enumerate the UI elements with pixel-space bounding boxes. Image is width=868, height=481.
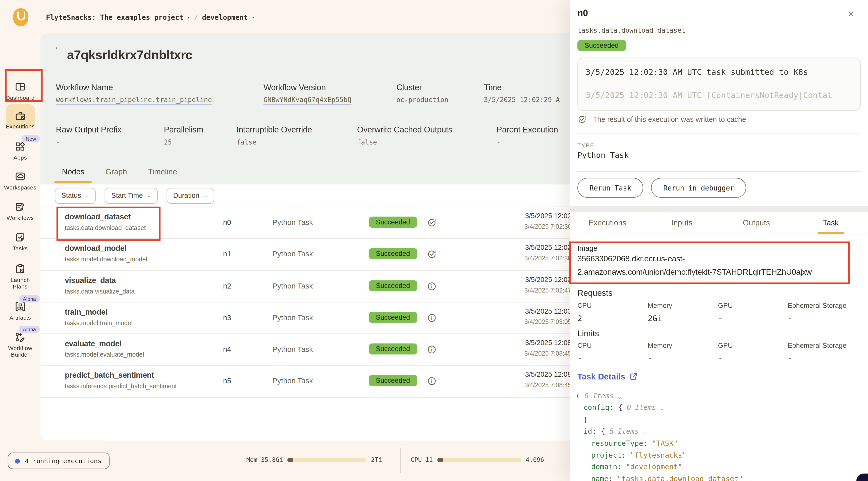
sidebar-item-workflows[interactable]: Workflows — [0, 201, 40, 221]
sidebar-item-workspaces[interactable]: Workspaces — [0, 171, 40, 191]
meta-label: Overwrite Cached Outputs — [357, 125, 452, 134]
sidebar-item-label: Workflows — [6, 215, 34, 221]
tab-executions[interactable]: Executions — [570, 212, 645, 234]
node-name[interactable]: train_model — [65, 307, 133, 316]
sidebar-item-apps[interactable]: New Apps — [0, 141, 40, 161]
app-window: FlyteSnacks: The examples project ▾ / de… — [0, 0, 868, 481]
tab-outputs[interactable]: Outputs — [719, 212, 794, 234]
panel-tabs: Executions Inputs Outputs Task — [570, 212, 868, 234]
json-key: domain — [591, 463, 617, 471]
workflow-name-link[interactable]: workflows.train_pipeline.train_pipeline — [56, 96, 212, 104]
filter-status[interactable]: Status ⌄ — [55, 187, 96, 204]
sidebar-item-label: Workspaces — [4, 184, 36, 191]
json-string-value: "TASK" — [652, 439, 678, 447]
meta-label: Time — [484, 83, 501, 92]
chevron-down-icon[interactable]: ⌄ — [660, 405, 663, 411]
chevron-down-icon[interactable]: ▾ — [252, 15, 254, 20]
info-icon[interactable] — [427, 344, 437, 355]
tab-inputs[interactable]: Inputs — [645, 212, 719, 234]
cache-check-icon — [578, 115, 587, 124]
section-separator — [570, 206, 868, 212]
json-key: name — [591, 475, 609, 481]
node-name[interactable]: predict_batch_sentiment — [65, 371, 177, 380]
running-executions-button[interactable]: 4 running executions — [8, 453, 110, 469]
meta-label: Interruptible Override — [236, 125, 312, 134]
workflow-version-link[interactable]: GNBwYNdKvaq67q4xEp55bQ — [264, 96, 351, 104]
filter-label: Status — [62, 192, 81, 200]
sidebar-item-launch-plans[interactable]: Launch Plans — [0, 263, 40, 290]
sidebar-item-label: Dashboard — [6, 95, 35, 101]
execution-id-title: a7qksrldkrx7dnbltxrc — [67, 48, 193, 63]
breadcrumb: FlyteSnacks: The examples project ▾ / de… — [46, 13, 254, 22]
json-key: config — [583, 403, 610, 412]
workflows-icon — [14, 201, 26, 213]
sidebar-item-dashboard[interactable]: Dashboard — [0, 81, 40, 101]
node-name[interactable]: evaluate_model — [65, 339, 144, 348]
dashboard-icon — [14, 81, 26, 92]
sidebar-item-workflow-builder[interactable]: Alpha Workflow Builder — [0, 331, 40, 358]
tab-nodes[interactable]: Nodes — [54, 168, 92, 183]
rerun-in-debugger-button[interactable]: Rerun in debugger — [651, 178, 746, 198]
close-icon[interactable]: ✕ — [847, 10, 855, 19]
project-selector[interactable]: FlyteSnacks: The examples project — [46, 13, 183, 22]
sidebar-item-tasks[interactable]: Tasks — [0, 232, 40, 252]
resource-label: CPU — [578, 342, 647, 350]
resource-label: Memory — [648, 342, 717, 350]
node-task-id: tasks.model.evaluate_model — [65, 351, 144, 358]
info-icon[interactable] — [427, 377, 437, 387]
sidebar-item-executions[interactable]: Executions — [0, 104, 40, 130]
json-punct: : — [622, 451, 630, 459]
cluster-value: oc-production — [396, 96, 448, 103]
status-badge: Succeeded — [369, 217, 417, 228]
tab-timeline[interactable]: Timeline — [140, 168, 185, 183]
task-details-link[interactable]: Task Details — [578, 372, 638, 381]
node-type: Python Task — [272, 334, 313, 365]
meta-label: Parent Execution — [497, 125, 558, 134]
workspaces-icon — [14, 171, 26, 182]
domain-selector[interactable]: development — [202, 13, 248, 22]
sidebar-item-label: Launch Plans — [6, 277, 35, 290]
sidebar-item-label: Tasks — [12, 245, 28, 251]
artifacts-icon — [14, 301, 26, 312]
info-icon[interactable] — [427, 281, 437, 291]
tab-task[interactable]: Task — [794, 212, 868, 234]
tab-graph[interactable]: Graph — [98, 168, 135, 183]
status-badge: Succeeded — [369, 375, 417, 386]
json-punct: : { — [592, 427, 605, 435]
node-name[interactable]: download_model — [65, 244, 147, 252]
union-logo-icon[interactable] — [13, 8, 28, 26]
chevron-down-icon[interactable]: ⌄ — [643, 429, 646, 435]
node-name[interactable]: visualize_data — [65, 276, 135, 284]
back-arrow-icon[interactable]: ← — [54, 40, 64, 53]
log-line: 3/5/2025 12:02:30 AM UTC task submitted … — [586, 68, 808, 77]
json-item-count: 5 Items — [610, 427, 639, 435]
node-name[interactable]: download_dataset — [65, 212, 146, 221]
filter-start-time[interactable]: Start Time ⌄ — [105, 187, 158, 204]
node-start-time-local: 3/4/2025 7:02:30 — [524, 223, 571, 230]
chevron-down-icon[interactable]: ▾ — [187, 15, 190, 20]
chevron-down-icon[interactable]: ⌄ — [618, 393, 621, 399]
filter-duration[interactable]: Duration ⌄ — [166, 187, 214, 204]
limits-heading: Limits — [578, 328, 599, 338]
type-value: Python Task — [578, 151, 629, 159]
filter-label: Duration — [173, 192, 199, 200]
requests-gpu-value: - — [718, 314, 787, 323]
log-output-box[interactable]: 3/5/2025 12:02:30 AM UTC task submitted … — [578, 58, 861, 111]
rerun-task-button[interactable]: Rerun Task — [578, 178, 644, 198]
cache-note: The result of this execution was written… — [578, 115, 748, 124]
limits-cpu-value: - — [578, 354, 647, 363]
node-start-time: 3/5/2025 12:02 — [524, 276, 571, 283]
chevron-down-icon: ⌄ — [148, 193, 151, 198]
node-id: n2 — [223, 271, 231, 302]
workflow-builder-icon — [14, 331, 26, 343]
resource-label: CPU — [578, 302, 647, 310]
memory-bar — [287, 458, 366, 462]
info-icon[interactable] — [427, 313, 437, 323]
sidebar-item-artifacts[interactable]: Alpha Artifacts — [0, 301, 40, 321]
external-link-icon — [630, 372, 638, 381]
top-header: FlyteSnacks: The examples project ▾ / de… — [0, 0, 570, 33]
cache-check-icon[interactable] — [427, 218, 437, 228]
meta-label: Cluster — [396, 83, 422, 92]
node-detail-panel: n0 ✕ tasks.data.download_dataset Succeed… — [570, 0, 868, 481]
cache-check-icon[interactable] — [427, 249, 437, 259]
